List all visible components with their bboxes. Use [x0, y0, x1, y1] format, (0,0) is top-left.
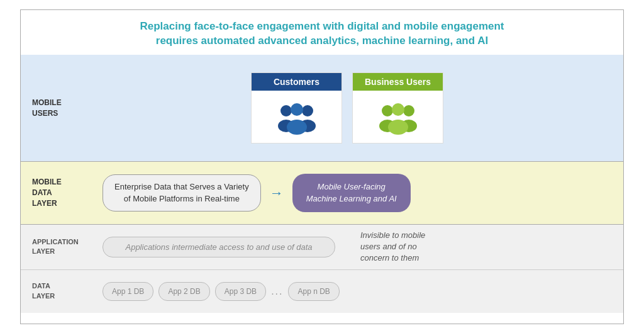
data-layer-row: DATALAYER App 1 DB App 2 DB App 3 DB ...… [21, 270, 623, 313]
db-box-3: App 3 DB [215, 282, 266, 301]
db-box-1: App 1 DB [103, 282, 153, 301]
ml-text: Mobile User-facingMachine Learning and A… [306, 182, 397, 203]
mobile-data-row: MOBILEDATALAYER Enterprise Data that Ser… [21, 162, 623, 225]
customers-body [269, 91, 325, 143]
business-users-header: Business Users [353, 73, 443, 91]
svg-point-6 [382, 105, 393, 116]
ml-box: Mobile User-facingMachine Learning and A… [292, 174, 411, 212]
slide-title: Replacing face-to-face engagement with d… [21, 10, 623, 55]
svg-point-5 [287, 120, 307, 135]
content-area: MOBILEUSERS Customers [21, 55, 623, 323]
business-users-card: Business Users [352, 72, 443, 144]
svg-point-2 [302, 105, 313, 116]
business-users-icon [376, 101, 420, 135]
db-dots: ... [271, 286, 283, 297]
db-box-2: App 2 DB [158, 282, 209, 301]
app-bar: Applications intermediate access to and … [103, 237, 335, 257]
customers-icon [275, 101, 319, 135]
app-layer-content: Applications intermediate access to and … [103, 230, 623, 264]
customers-header: Customers [252, 73, 341, 91]
business-users-body [370, 91, 426, 143]
data-layer-label: DATALAYER [21, 281, 96, 301]
svg-point-8 [403, 105, 414, 116]
title-line2: requires automated advanced analytics, m… [156, 35, 488, 47]
slide: Replacing face-to-face engagement with d… [20, 9, 624, 324]
mobile-users-row: MOBILEUSERS Customers [21, 55, 623, 162]
svg-point-4 [291, 103, 303, 116]
user-cards: Customers [71, 72, 623, 144]
mobile-data-label: MOBILEDATALAYER [21, 177, 96, 208]
svg-point-10 [392, 103, 404, 116]
svg-point-11 [388, 120, 408, 135]
application-layer-row: APPLICATIONLAYER Applications intermedia… [21, 225, 623, 270]
app-layer-label: APPLICATIONLAYER [21, 237, 96, 257]
arrow-icon: → [267, 185, 286, 201]
invisible-text: Invisible to mobileusers and of noconcer… [360, 230, 425, 264]
title-line1: Replacing face-to-face engagement with d… [140, 20, 504, 32]
db-box-n: App n DB [288, 282, 339, 301]
enterprise-text: Enterprise Data that Serves a Varietyof … [114, 182, 249, 203]
svg-point-0 [280, 105, 292, 116]
customers-card: Customers [251, 72, 342, 144]
enterprise-box: Enterprise Data that Serves a Varietyof … [103, 174, 261, 211]
app-bar-text: Applications intermediate access to and … [125, 242, 312, 252]
db-boxes: App 1 DB App 2 DB App 3 DB ... App n DB [103, 282, 623, 301]
data-boxes: Enterprise Data that Serves a Varietyof … [103, 174, 623, 212]
